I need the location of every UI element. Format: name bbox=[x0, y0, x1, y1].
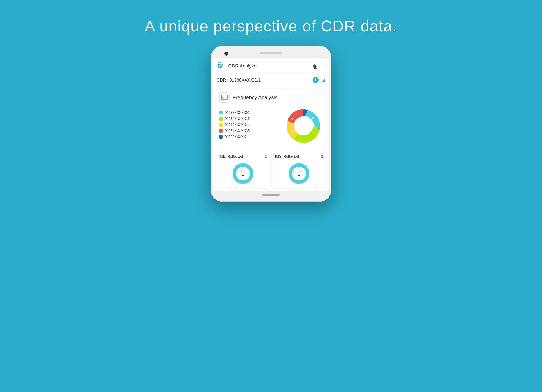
bottom-cards-row: IMEI Reflected 1 100.0% 1 IMSI Reflected bbox=[216, 151, 326, 188]
imsi-card-header: IMSI Reflected 1 bbox=[275, 154, 323, 159]
imei-card-count: 1 bbox=[265, 154, 267, 159]
imsi-donut: 100.0% 1 bbox=[275, 162, 323, 185]
svg-rect-2 bbox=[221, 95, 228, 100]
phone-camera bbox=[224, 52, 228, 56]
more-options-icon[interactable]: ⋮ bbox=[321, 63, 325, 69]
info-button[interactable]: i bbox=[313, 77, 319, 83]
svg-text:3: 3 bbox=[308, 136, 309, 139]
app-title: CDR Analyzer bbox=[228, 63, 313, 69]
frequency-card-header: Frequency Analysis bbox=[219, 92, 323, 103]
svg-text:3: 3 bbox=[292, 129, 294, 133]
person-icon[interactable]: ●̲ bbox=[313, 63, 317, 69]
app-bar: G 5 CDR Analyzer ●̲ ⋮ bbox=[213, 58, 329, 74]
frequency-legend: 91988XXXXX01 91984XXXXX15 91962XXXXX11 9… bbox=[219, 111, 282, 141]
legend-item-item2: 91984XXXXX15 bbox=[219, 117, 282, 121]
imsi-card-count: 1 bbox=[321, 154, 323, 159]
imei-card-title: IMEI Reflected bbox=[219, 154, 243, 159]
svg-text:1: 1 bbox=[298, 173, 300, 176]
svg-text:2: 2 bbox=[307, 109, 308, 112]
legend-item-item5: 91990XXXXX11 bbox=[219, 135, 282, 139]
legend-color-item1 bbox=[219, 111, 223, 114]
frequency-donut-chart: 3 3 3 3 2 bbox=[284, 107, 323, 145]
frequency-content: 91988XXXXX01 91984XXXXX15 91962XXXXX11 9… bbox=[219, 107, 323, 145]
app-logo: G 5 bbox=[217, 61, 226, 71]
legend-color-item3 bbox=[219, 123, 223, 127]
phone-shell: G 5 CDR Analyzer ●̲ ⋮ CDR : 91988XXXXX11… bbox=[211, 46, 331, 202]
svg-text:5: 5 bbox=[221, 63, 223, 67]
legend-label-item2: 91984XXXXX15 bbox=[225, 117, 250, 121]
frequency-card-title: Frequency Analysis bbox=[233, 94, 277, 101]
imei-card-header: IMEI Reflected 1 bbox=[219, 154, 267, 159]
phone-speaker bbox=[260, 52, 282, 54]
svg-text:1: 1 bbox=[242, 173, 244, 176]
legend-label-item4: 91984XXXXX35 bbox=[225, 129, 250, 133]
imsi-card-title: IMSI Reflected bbox=[275, 154, 299, 159]
app-bar-actions: ●̲ ⋮ bbox=[313, 63, 325, 69]
phone-screen: G 5 CDR Analyzer ●̲ ⋮ CDR : 91988XXXXX11… bbox=[213, 58, 329, 191]
imei-donut: 100.0% 1 bbox=[219, 162, 267, 185]
legend-item-item1: 91988XXXXX01 bbox=[219, 111, 282, 115]
svg-point-8 bbox=[294, 116, 313, 135]
legend-color-item4 bbox=[219, 129, 223, 133]
imsi-card: IMSI Reflected 1 100.0% 1 bbox=[272, 151, 326, 188]
cdr-bar: CDR : 91988XXXXX11 i ◢ bbox=[213, 74, 329, 86]
page-headline: A unique perspective of CDR data. bbox=[145, 17, 397, 35]
legend-label-item3: 91962XXXXX11 bbox=[225, 123, 250, 127]
svg-text:3: 3 bbox=[291, 118, 293, 121]
legend-label-item5: 91990XXXXX11 bbox=[225, 135, 250, 139]
frequency-icon bbox=[219, 92, 230, 103]
frequency-card: Frequency Analysis 91988XXXXX01 91984XXX… bbox=[216, 89, 326, 149]
legend-item-item4: 91984XXXXX35 bbox=[219, 129, 282, 133]
imei-card: IMEI Reflected 1 100.0% 1 bbox=[216, 151, 270, 188]
legend-label-item1: 91988XXXXX01 bbox=[225, 111, 250, 115]
legend-color-item5 bbox=[219, 135, 223, 139]
filter-icon[interactable]: ◢ bbox=[322, 77, 325, 83]
legend-item-item3: 91962XXXXX11 bbox=[219, 123, 282, 127]
legend-color-item2 bbox=[219, 117, 223, 121]
phone-home-bar bbox=[262, 194, 280, 196]
phone-top-hardware bbox=[213, 52, 329, 54]
cdr-number-label: CDR : 91988XXXXX11 bbox=[217, 78, 311, 83]
svg-text:3: 3 bbox=[312, 116, 314, 120]
